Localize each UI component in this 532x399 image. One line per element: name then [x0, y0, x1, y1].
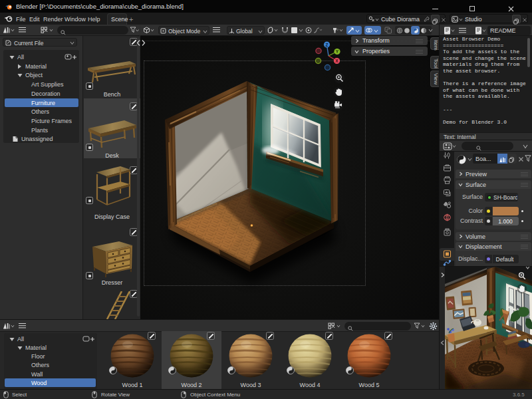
svg-text:Y: Y: [336, 49, 339, 54]
svg-text:X: X: [335, 59, 338, 63]
svg-text:Z: Z: [326, 43, 329, 47]
